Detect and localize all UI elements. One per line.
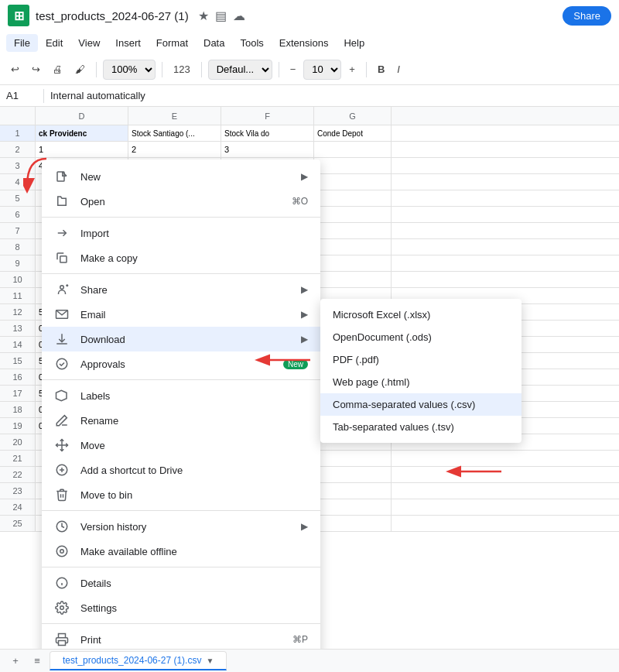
- menu-divider-6: [42, 623, 320, 624]
- print-shortcut: ⌘P: [292, 634, 308, 645]
- italic-button[interactable]: I: [392, 60, 405, 78]
- paint-format-button[interactable]: 🖌: [70, 60, 90, 78]
- cell-g8[interactable]: [314, 239, 392, 255]
- cell-g3[interactable]: [314, 158, 392, 173]
- menu-item-rename[interactable]: Rename: [42, 408, 320, 433]
- col-header-f[interactable]: F: [221, 107, 314, 125]
- menu-item-download[interactable]: Download ▶: [42, 327, 320, 351]
- row-number-11: 11: [0, 288, 36, 303]
- cell-g10[interactable]: [314, 272, 392, 287]
- menu-view[interactable]: View: [70, 34, 108, 52]
- import-icon: [54, 225, 70, 241]
- menu-item-version-history[interactable]: Version history ▶: [42, 514, 320, 539]
- menu-item-email[interactable]: Email ▶: [42, 302, 320, 327]
- cell-g1[interactable]: Conde Depot: [314, 125, 392, 141]
- bin-icon: [54, 487, 70, 502]
- menu-item-open[interactable]: Open ⌘O: [42, 189, 320, 214]
- cell-g6[interactable]: [314, 207, 392, 222]
- font-size-select[interactable]: 10: [303, 60, 341, 80]
- menu-item-offline[interactable]: Make available offline: [42, 539, 320, 564]
- cell-g9[interactable]: [314, 255, 392, 271]
- font-family-select[interactable]: Defaul...: [208, 60, 272, 80]
- cell-g2[interactable]: [314, 142, 392, 157]
- print-button[interactable]: 🖨: [48, 60, 67, 78]
- svg-point-9: [56, 358, 67, 369]
- cell-g7[interactable]: [314, 223, 392, 238]
- cell-f1[interactable]: Stock Vila do: [221, 125, 314, 141]
- submenu-item-ods[interactable]: OpenDocument (.ods): [320, 326, 522, 348]
- svg-point-21: [60, 606, 64, 610]
- menu-edit[interactable]: Edit: [38, 34, 70, 52]
- document-title: test_products_2024-06-27 (1): [36, 9, 189, 22]
- menu-extensions[interactable]: Extensions: [272, 34, 337, 52]
- active-sheet-tab[interactable]: test_products_2024-06-27 (1).csv ▼: [50, 651, 227, 670]
- drive-icon[interactable]: ▤: [215, 9, 227, 23]
- svg-point-16: [56, 546, 67, 557]
- star-icon[interactable]: ★: [198, 9, 209, 23]
- submenu-item-tsv[interactable]: Tab-separated values (.tsv): [320, 416, 522, 438]
- cell-g24[interactable]: [314, 499, 392, 515]
- col-header-d[interactable]: D: [36, 107, 128, 125]
- share-button[interactable]: Share: [563, 6, 611, 26]
- row-number-10: 10: [0, 272, 36, 287]
- sheet-area: D E F G 1 ck Providenc Stock Santiago (.…: [0, 107, 619, 649]
- font-decrease-button[interactable]: −: [286, 60, 301, 78]
- menu-item-move-to-bin[interactable]: Move to bin: [42, 482, 320, 507]
- font-increase-button[interactable]: +: [344, 60, 360, 78]
- cell-g21[interactable]: [314, 451, 392, 466]
- menu-item-make-copy[interactable]: Make a copy: [42, 245, 320, 270]
- menu-help[interactable]: Help: [336, 34, 372, 52]
- submenu-item-pdf[interactable]: PDF (.pdf): [320, 348, 522, 371]
- menu-item-move[interactable]: Move: [42, 433, 320, 458]
- email-label: Email: [80, 309, 290, 321]
- menu-data[interactable]: Data: [196, 34, 232, 52]
- share-arrow: ▶: [301, 284, 308, 295]
- cell-g25[interactable]: [314, 516, 392, 531]
- menu-item-labels[interactable]: Labels: [42, 383, 320, 408]
- format-number-button[interactable]: 123: [169, 60, 195, 78]
- formula-content[interactable]: Internal automatically: [50, 90, 613, 101]
- cell-g4[interactable]: [314, 174, 392, 190]
- cell-e2[interactable]: 2: [128, 142, 221, 157]
- import-label: Import: [80, 228, 308, 239]
- submenu-item-html[interactable]: Web page (.html): [320, 371, 522, 393]
- menu-insert[interactable]: Insert: [108, 34, 149, 52]
- col-header-g[interactable]: G: [314, 107, 392, 125]
- cloud-icon[interactable]: ☁: [233, 9, 245, 23]
- menu-item-details[interactable]: Details: [42, 571, 320, 595]
- menu-item-settings[interactable]: Settings: [42, 595, 320, 620]
- cell-e1[interactable]: Stock Santiago (...: [128, 125, 221, 141]
- cell-d1[interactable]: ck Providenc: [36, 125, 128, 141]
- menu-format[interactable]: Format: [149, 34, 196, 52]
- menu-tools[interactable]: Tools: [232, 34, 271, 52]
- move-icon: [54, 437, 70, 453]
- cell-g5[interactable]: [314, 190, 392, 206]
- menu-item-add-shortcut[interactable]: Add a shortcut to Drive: [42, 458, 320, 482]
- menu-item-share[interactable]: Share ▶: [42, 277, 320, 302]
- redo-button[interactable]: ↪: [27, 60, 45, 78]
- row-number-15: 15: [0, 353, 36, 369]
- zoom-select[interactable]: 100%: [103, 60, 156, 80]
- formula-bar: A1 Internal automatically: [0, 85, 619, 107]
- row-number-6: 6: [0, 207, 36, 222]
- menu-item-print[interactable]: Print ⌘P: [42, 627, 320, 649]
- submenu-item-csv[interactable]: Comma-separated values (.csv): [320, 393, 522, 416]
- cell-f2[interactable]: 3: [221, 142, 314, 157]
- menu-item-new[interactable]: New ▶: [42, 164, 320, 189]
- print-label: Print: [80, 634, 282, 646]
- bold-button[interactable]: B: [373, 60, 389, 78]
- sheets-menu-button[interactable]: ≡: [28, 652, 46, 670]
- cell-reference[interactable]: A1: [6, 90, 37, 101]
- menu-item-import[interactable]: Import: [42, 221, 320, 245]
- approvals-label: Approvals: [80, 358, 272, 370]
- col-header-e[interactable]: E: [128, 107, 221, 125]
- cell-g23[interactable]: [314, 483, 392, 499]
- menu-file[interactable]: File: [6, 34, 38, 52]
- undo-button[interactable]: ↩: [6, 60, 24, 78]
- cell-g22[interactable]: [314, 467, 392, 482]
- corner-cell[interactable]: [0, 107, 36, 125]
- submenu-item-xlsx[interactable]: Microsoft Excel (.xlsx): [320, 303, 522, 326]
- tab-dropdown-icon[interactable]: ▼: [206, 657, 214, 665]
- email-icon: [54, 307, 70, 322]
- add-sheet-button[interactable]: +: [6, 652, 25, 670]
